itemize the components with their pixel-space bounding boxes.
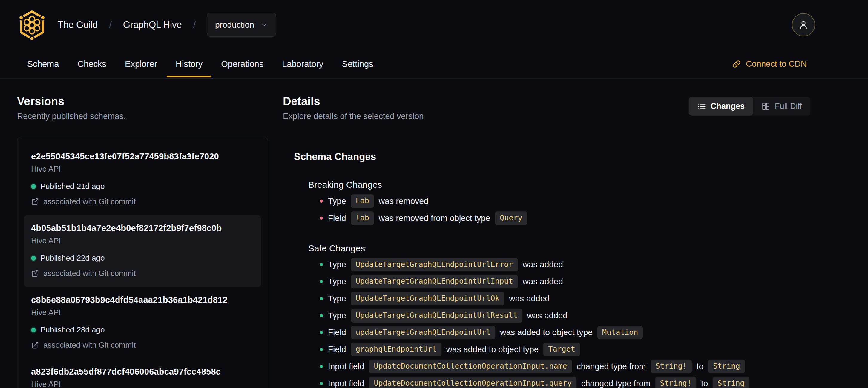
version-card[interactable]: e2e55045345ce13fe07f52a77459b83fa3fe7020… — [24, 144, 261, 215]
change-code-chip: UpdateTargetGraphQLEndpointUrlInput — [351, 275, 518, 289]
bullet-icon — [320, 263, 323, 266]
safe-changes-section: Safe Changes TypeUpdateTargetGraphQLEndp… — [294, 244, 810, 388]
change-code-chip: UpdateTargetGraphQLEndpointUrlError — [351, 258, 518, 272]
version-hash: a823f6db2a55df877dcf406006abca97fcc4858c — [31, 367, 254, 377]
external-link-icon — [31, 198, 39, 206]
published-dot-icon — [31, 256, 36, 261]
bullet-icon — [320, 348, 323, 351]
tab-explorer[interactable]: Explorer — [125, 50, 157, 78]
version-hash: c8b6e88a06793b9c4dfd54aaa21b36a1b421d812 — [31, 295, 254, 305]
connect-cdn-link[interactable]: Connect to CDN — [732, 59, 807, 69]
bullet-icon — [320, 314, 323, 317]
published-text: Published 28d ago — [40, 325, 104, 334]
change-text: Field — [328, 345, 346, 354]
tab-checks[interactable]: Checks — [78, 50, 106, 78]
change-row-segments: TypeUpdateTargetGraphQLEndpointUrlErrorw… — [328, 258, 563, 272]
change-text: was added — [523, 277, 563, 287]
change-code-chip: graphqlEndpointUrl — [351, 342, 441, 356]
tab-laboratory[interactable]: Laboratory — [282, 50, 323, 78]
user-icon — [798, 20, 809, 30]
columns-icon — [762, 102, 770, 111]
tab-history[interactable]: History — [176, 50, 203, 78]
tab-settings[interactable]: Settings — [342, 50, 373, 78]
changes-button[interactable]: Changes — [689, 97, 753, 116]
change-code-chip: Lab — [351, 194, 374, 208]
change-code-chip: UpdateDocumentCollectionOperationInput.q… — [369, 377, 576, 388]
bullet-icon — [320, 331, 323, 334]
changes-button-label: Changes — [711, 101, 745, 111]
git-commit-link[interactable]: associated with Git commit — [31, 269, 254, 278]
version-service: Hive API — [31, 308, 254, 317]
version-service: Hive API — [31, 165, 254, 174]
chevron-down-icon — [261, 21, 268, 28]
version-status: Published 21d ago — [31, 182, 254, 191]
user-avatar-button[interactable] — [792, 13, 815, 36]
change-section-items: TypeLabwas removed Fieldlabwas removed f… — [308, 194, 810, 225]
tab-label-schema: Schema — [27, 59, 59, 69]
target-select[interactable]: production — [207, 13, 276, 37]
change-code-chip: updateTargetGraphQLEndpointUrl — [351, 326, 496, 339]
app-header: The Guild / GraphQL Hive / production Sc… — [0, 0, 868, 79]
change-row: Fieldlabwas removed from object typeQuer… — [320, 211, 810, 225]
change-text: was removed from object type — [379, 213, 491, 223]
hive-logo-icon — [18, 10, 46, 40]
schema-changes-section: Schema Changes Breaking Changes TypeLabw… — [283, 152, 810, 388]
version-card[interactable]: 4b05ab51b1b4a7e2e4b0ef82172f2b9f7ef98c0b… — [24, 215, 261, 287]
versions-panel: Versions Recently published schemas. e2e… — [17, 96, 268, 388]
main-content: Versions Recently published schemas. e2e… — [0, 79, 868, 388]
version-card[interactable]: a823f6db2a55df877dcf406006abca97fcc4858c… — [24, 359, 261, 388]
change-code-chip: lab — [351, 211, 374, 225]
change-code-chip: UpdateTargetGraphQLEndpointUrlResult — [351, 309, 522, 323]
breadcrumb: The Guild / GraphQL Hive / production — [58, 13, 276, 37]
tab-label-operations: Operations — [221, 59, 264, 69]
change-row: FieldupdateTargetGraphQLEndpointUrlwas a… — [320, 326, 810, 339]
change-code-chip: Target — [543, 342, 580, 356]
change-row-segments: TypeUpdateTargetGraphQLEndpointUrlResult… — [328, 309, 567, 323]
breaking-changes-section: Breaking Changes TypeLabwas removed Fiel… — [294, 180, 810, 225]
target-select-value: production — [215, 20, 254, 30]
change-row: TypeUpdateTargetGraphQLEndpointUrlInputw… — [320, 275, 810, 289]
change-row-segments: Input fieldUpdateDocumentCollectionOpera… — [328, 360, 745, 374]
change-row-segments: TypeLabwas removed — [328, 194, 428, 208]
tab-operations[interactable]: Operations — [221, 50, 264, 78]
link-icon — [732, 59, 741, 69]
change-text: Input field — [328, 379, 364, 388]
change-row: FieldgraphqlEndpointUrlwas added to obje… — [320, 342, 810, 356]
details-panel: Details Explore details of the selected … — [283, 96, 868, 388]
tab-label-laboratory: Laboratory — [282, 59, 323, 69]
change-text: Input field — [328, 362, 364, 371]
change-row-segments: FieldupdateTargetGraphQLEndpointUrlwas a… — [328, 326, 643, 339]
version-card[interactable]: c8b6e88a06793b9c4dfd54aaa21b36a1b421d812… — [24, 287, 261, 359]
version-service: Hive API — [31, 236, 254, 245]
tab-label-explorer: Explorer — [125, 59, 157, 69]
version-status: Published 22d ago — [31, 253, 254, 263]
git-commit-link[interactable]: associated with Git commit — [31, 197, 254, 206]
tabs: SchemaChecksExplorerHistoryOperationsLab… — [27, 50, 373, 78]
published-dot-icon — [31, 328, 36, 332]
version-hash: e2e55045345ce13fe07f52a77459b83fa3fe7020 — [31, 152, 254, 161]
change-code-chip: UpdateTargetGraphQLEndpointUrlOk — [351, 292, 504, 305]
version-list: e2e55045345ce13fe07f52a77459b83fa3fe7020… — [17, 137, 268, 388]
change-section-items: TypeUpdateTargetGraphQLEndpointUrlErrorw… — [308, 258, 810, 388]
change-sections: Breaking Changes TypeLabwas removed Fiel… — [294, 180, 810, 388]
git-commit-link[interactable]: associated with Git commit — [31, 340, 254, 350]
change-text: was added — [527, 311, 567, 321]
full-diff-button-label: Full Diff — [775, 101, 802, 111]
change-text: was added to object type — [500, 328, 593, 337]
tab-bar: SchemaChecksExplorerHistoryOperationsLab… — [0, 50, 868, 78]
change-code-chip: String! — [651, 360, 692, 374]
change-row: Input fieldUpdateDocumentCollectionOpera… — [320, 360, 810, 374]
full-diff-button[interactable]: Full Diff — [753, 97, 810, 116]
change-text: was added — [509, 294, 549, 303]
change-row: Input fieldUpdateDocumentCollectionOpera… — [320, 377, 810, 388]
breadcrumb-org[interactable]: The Guild — [58, 20, 98, 30]
git-commit-text: associated with Git commit — [43, 269, 135, 278]
bullet-icon — [320, 297, 323, 300]
details-header: Details Explore details of the selected … — [283, 96, 810, 120]
tab-schema[interactable]: Schema — [27, 50, 59, 78]
change-row: TypeUpdateTargetGraphQLEndpointUrlResult… — [320, 309, 810, 323]
change-text: Type — [328, 311, 346, 321]
git-commit-text: associated with Git commit — [43, 197, 135, 206]
change-text: changed type from — [577, 362, 646, 371]
breadcrumb-project[interactable]: GraphQL Hive — [123, 20, 182, 30]
